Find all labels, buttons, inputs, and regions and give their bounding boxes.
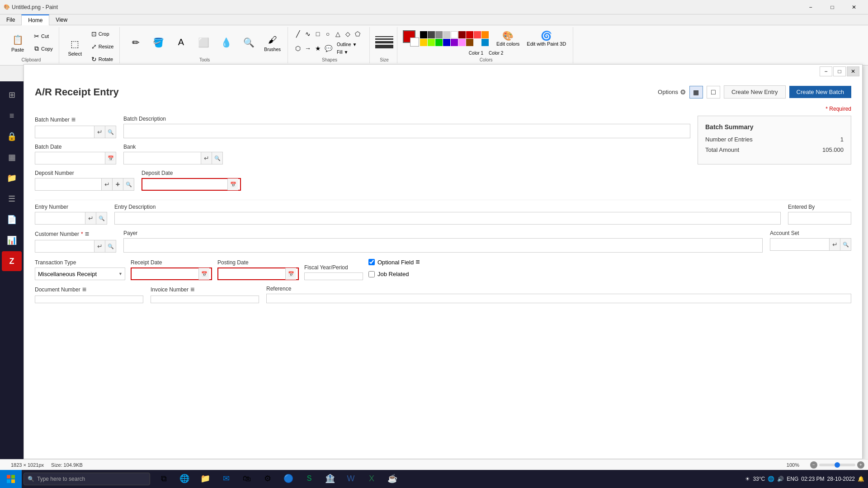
palette-lime[interactable] (428, 39, 435, 46)
shapes-group: ╱ ∿ □ ○ △ ◇ ⬠ ⬡ → ★ 💬 Outline ▼ Fill ▼ S… (290, 27, 370, 63)
color2-label: Color 2 (489, 51, 503, 56)
shape-callout[interactable]: 💬 (323, 43, 334, 53)
palette-orange[interactable] (481, 31, 489, 38)
palette-yellow[interactable] (420, 39, 427, 46)
eyedropper-button[interactable]: 💧 (216, 33, 236, 52)
size-4[interactable] (375, 45, 393, 48)
resize-button[interactable]: ⤢ Resize (87, 41, 116, 52)
outline-fill-group: Outline ▼ Fill ▼ (335, 41, 359, 56)
colors-group-content: 🎨 Edit colors 🌀 Edit with Paint 3D Color… (403, 28, 569, 56)
paste-button[interactable]: 📋 Paste (7, 30, 28, 55)
size-2[interactable] (375, 38, 393, 40)
tab-file[interactable]: File (0, 14, 21, 25)
color1-swatch-container (403, 30, 419, 47)
close-button[interactable]: ✕ (844, 0, 864, 14)
pencil-icon: ✏ (128, 35, 143, 50)
size-group: Size (372, 27, 397, 63)
cut-copy-group: ✂ Cut ⧉ Copy (30, 30, 55, 55)
palette-lightgray[interactable] (443, 31, 450, 38)
copy-button[interactable]: ⧉ Copy (30, 43, 55, 55)
rotate-button[interactable]: ↻ Rotate (87, 53, 116, 65)
clipboard-label: Clipboard (21, 57, 41, 62)
tools-group-content: ✏ 🪣 A ⬜ 💧 🔍 🖌Brushes (125, 28, 284, 56)
colors-group: 🎨 Edit colors 🌀 Edit with Paint 3D Color… (399, 27, 573, 63)
size-1[interactable] (375, 36, 393, 37)
eyedropper-icon: 💧 (219, 35, 233, 50)
paint-window-title: Untitled.png - Paint (12, 4, 800, 10)
ribbon-content: 📋 Paste ✂ Cut ⧉ Copy Clipboard (0, 25, 868, 65)
palette-gray[interactable] (435, 31, 443, 38)
shape-hexagon[interactable]: ⬡ (293, 43, 302, 53)
shape-star[interactable]: ★ (313, 43, 322, 53)
palette-white[interactable] (451, 31, 458, 38)
tab-view[interactable]: View (49, 14, 74, 25)
palette-skyblue[interactable] (481, 39, 489, 46)
shape-arrow-right[interactable]: → (303, 43, 312, 53)
clipboard-group: 📋 Paste ✂ Cut ⧉ Copy Clipboard (4, 27, 59, 63)
eraser-icon: ⬜ (196, 35, 211, 50)
select-button[interactable]: ⬚ Select (65, 34, 85, 59)
ribbon-tabs: File Home View (0, 14, 868, 25)
fill-dropdown-button[interactable]: Fill ▼ (335, 49, 359, 56)
outline-button[interactable]: Outline ▼ (335, 41, 359, 48)
palette-darkred[interactable] (458, 31, 466, 38)
edit-with-paint3d-button[interactable]: 🌀 Edit with Paint 3D (524, 28, 569, 49)
magnifier-button[interactable]: 🔍 (238, 33, 259, 52)
color-palette (420, 31, 492, 46)
palette-purple[interactable] (451, 39, 458, 46)
edit-colors-icon: 🎨 (502, 30, 514, 41)
color1-label: Color 1 (469, 51, 483, 56)
shapes-group-content: ╱ ∿ □ ○ △ ◇ ⬠ ⬡ → ★ 💬 Outline ▼ Fill ▼ (293, 28, 366, 56)
image-group: ⬚ Select ⊡ Crop ⤢ Resize ↻ Rotate (61, 27, 120, 63)
maximize-button[interactable]: □ (822, 0, 843, 14)
paint-titlebar: 🎨 Untitled.png - Paint − □ ✕ (0, 0, 868, 14)
fill-icon: 🪣 (151, 35, 165, 50)
eraser-button[interactable]: ⬜ (193, 33, 214, 52)
palette-green[interactable] (435, 39, 443, 46)
palette-black[interactable] (420, 31, 427, 38)
clipboard-group-content: 📋 Paste ✂ Cut ⧉ Copy (7, 28, 55, 56)
color-labels: Color 1 Color 2 (469, 51, 504, 56)
minimize-button[interactable]: − (800, 0, 821, 14)
palette-teal[interactable] (474, 39, 481, 46)
tab-home[interactable]: Home (21, 14, 49, 25)
paste-icon: 📋 (10, 33, 25, 47)
size-3[interactable] (375, 41, 393, 43)
select-icon: ⬚ (68, 37, 82, 51)
brushes-button[interactable]: 🖌Brushes (261, 30, 284, 54)
paint-ribbon: 📋 Paste ✂ Cut ⧉ Copy Clipboard (0, 25, 868, 66)
palette-pink[interactable] (458, 39, 466, 46)
rotate-icon: ↻ (90, 55, 99, 64)
size-label: Size (380, 57, 388, 62)
window-controls: − □ ✕ (800, 0, 864, 14)
shape-line[interactable]: ╱ (293, 29, 302, 39)
scissors-icon: ✂ (32, 32, 41, 41)
fill-button[interactable]: 🪣 (148, 33, 169, 52)
text-button[interactable]: A (170, 33, 191, 52)
palette-blue[interactable] (443, 39, 450, 46)
magnifier-icon: 🔍 (241, 35, 256, 50)
palette-brown[interactable] (466, 39, 473, 46)
resize-icon: ⤢ (90, 42, 99, 51)
app-window: − □ ✕ A/R Receipt Entry Options Create N… (24, 64, 863, 66)
shape-curve[interactable]: ∿ (303, 29, 312, 39)
tools-group: ✏ 🪣 A ⬜ 💧 🔍 🖌Brushes Tools (122, 27, 288, 63)
palette-lightred[interactable] (474, 31, 481, 38)
crop-button[interactable]: ⊡ Crop (87, 28, 116, 40)
pencil-button[interactable]: ✏ (125, 33, 146, 52)
copy-icon: ⧉ (32, 44, 41, 53)
edit-colors-button[interactable]: 🎨 Edit colors (493, 28, 523, 49)
shape-rect[interactable]: □ (313, 29, 322, 39)
tools-label: Tools (199, 57, 210, 62)
shape-diamond[interactable]: ◇ (343, 29, 352, 39)
shape-triangle[interactable]: △ (333, 29, 342, 39)
shape-pentagon[interactable]: ⬠ (353, 29, 362, 39)
color2-swatch[interactable] (410, 38, 419, 47)
shapes-label: Shapes (322, 57, 337, 62)
palette-red[interactable] (466, 31, 473, 38)
image-actions-group: ⊡ Crop ⤢ Resize ↻ Rotate (87, 28, 116, 65)
cut-button[interactable]: ✂ Cut (30, 30, 55, 42)
color-pickers: 🎨 Edit colors 🌀 Edit with Paint 3D (403, 28, 569, 49)
shape-ellipse[interactable]: ○ (323, 29, 332, 39)
palette-darkgray[interactable] (428, 31, 435, 38)
